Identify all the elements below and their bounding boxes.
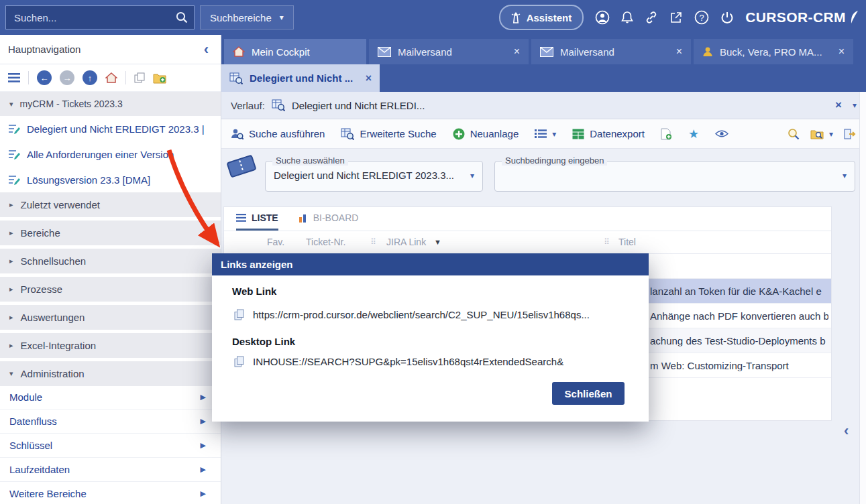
suchbedingung-select[interactable]: Suchbedingung eingeben ▾ bbox=[494, 161, 855, 192]
tab-mailversand-1[interactable]: Mailversand × bbox=[369, 39, 529, 64]
tab-label: Mein Cockpit bbox=[252, 46, 310, 58]
add-document-button[interactable] bbox=[661, 128, 672, 140]
subtab-label: Delegiert und Nicht ... bbox=[250, 72, 353, 84]
folder-add-icon[interactable] bbox=[153, 72, 166, 84]
view-options-dropdown[interactable]: ▾ bbox=[535, 129, 556, 139]
chevron-down-icon: ▾ bbox=[9, 369, 13, 378]
bar-chart-icon bbox=[299, 213, 308, 223]
copy-icon[interactable] bbox=[234, 356, 244, 367]
link-icon[interactable] bbox=[645, 11, 658, 24]
tab-label: Mailversand bbox=[398, 46, 452, 58]
sidebar-section-schnellsuchen[interactable]: ▸ Schnellsuchen bbox=[0, 249, 221, 273]
erweiterte-suche-button[interactable]: Erweiterte Suche bbox=[341, 128, 436, 140]
chevron-down-icon[interactable]: ▾ bbox=[470, 171, 474, 180]
home-icon[interactable] bbox=[105, 72, 117, 83]
assistent-button[interactable]: Assistent bbox=[499, 5, 584, 30]
item-label: Datenfluss bbox=[9, 416, 57, 427]
item-label: Weitere Bereiche bbox=[9, 488, 87, 499]
section-label: Bereiche bbox=[21, 227, 60, 239]
sidebar-item-module[interactable]: Module ▶ bbox=[0, 385, 221, 410]
collapse-sidebar-icon[interactable]: ‹ bbox=[204, 42, 209, 57]
magnifier-icon bbox=[788, 128, 800, 140]
power-logout-icon[interactable] bbox=[720, 11, 734, 24]
nav-back-button[interactable]: ← bbox=[37, 70, 52, 85]
suche-ausfuehren-button[interactable]: Suche ausführen bbox=[231, 128, 325, 140]
sidebar-section-excel-integration[interactable]: ▸ Excel-Integration bbox=[0, 333, 221, 358]
quick-search-button[interactable] bbox=[788, 128, 800, 140]
sidebar-section-auswertungen[interactable]: ▸ Auswertungen bbox=[0, 305, 221, 330]
drag-handle-icon[interactable]: ⠿ bbox=[370, 237, 376, 247]
suche-auswaehlen-select[interactable]: Suche auswählen Delegiert und Nicht ERLE… bbox=[265, 161, 483, 192]
exit-view-button[interactable] bbox=[844, 129, 857, 139]
close-tab-icon[interactable]: × bbox=[514, 46, 520, 58]
help-icon[interactable]: ? bbox=[694, 10, 709, 25]
desktop-link-url[interactable]: INHOUSE://SEARCH?SUPG&pk=15elisv1h68qst4… bbox=[253, 356, 563, 367]
notifications-bell-icon[interactable] bbox=[621, 11, 633, 24]
search-icon[interactable] bbox=[176, 11, 188, 23]
column-ticket-nr[interactable]: Ticket-Nr. bbox=[306, 237, 345, 247]
datenexport-button[interactable]: Datenexport bbox=[572, 128, 645, 139]
sidebar-section-prozesse[interactable]: ▸ Prozesse bbox=[0, 277, 221, 302]
section-label: Prozesse bbox=[21, 284, 63, 295]
nav-up-button[interactable]: ↑ bbox=[83, 70, 97, 85]
table-header: Fav. Ticket-Nr. ⠿ JIRA Link ▼ ⠿ Titel bbox=[224, 231, 831, 254]
tab-buck-vera[interactable]: Buck, Vera, PRO MA... × bbox=[694, 39, 853, 64]
menu-icon[interactable] bbox=[8, 73, 20, 82]
sidebar-section-zuletzt-verwendet[interactable]: ▸ Zuletzt verwendet bbox=[0, 192, 221, 217]
global-search[interactable] bbox=[5, 5, 195, 29]
subtab-delegiert[interactable]: Delegiert und Nicht ... × bbox=[221, 64, 380, 92]
section-label: Excel-Integration bbox=[21, 340, 97, 351]
assistent-label: Assistent bbox=[527, 12, 572, 23]
suchbereiche-dropdown[interactable]: Suchbereiche ▾ bbox=[200, 5, 294, 29]
sidebar-section-bereiche[interactable]: ▸ Bereiche bbox=[0, 220, 221, 245]
verlauf-value[interactable]: Delegiert und Nicht ERLEDI... bbox=[292, 100, 425, 111]
desktop-link-label: Desktop Link bbox=[232, 336, 295, 347]
sort-indicator-icon[interactable]: ▼ bbox=[434, 238, 441, 246]
copy-icon[interactable] bbox=[134, 72, 145, 83]
clear-verlauf-icon[interactable]: × bbox=[835, 99, 842, 112]
sidebar-item-delegiert[interactable]: Delegiert und Nicht ERLEDIGT 2023.3 | bbox=[0, 116, 221, 141]
submenu-arrow-icon: ▶ bbox=[201, 465, 206, 474]
neuanlage-button[interactable]: Neuanlage bbox=[453, 128, 519, 140]
schliessen-button[interactable]: Schließen bbox=[552, 382, 625, 405]
tab-mein-cockpit[interactable]: Mein Cockpit bbox=[224, 39, 366, 64]
column-fav[interactable]: Fav. bbox=[267, 237, 284, 247]
favorite-button[interactable]: ★ bbox=[688, 128, 699, 140]
dialog-titlebar[interactable]: Links anzeigen bbox=[212, 253, 649, 275]
section-label: Administration bbox=[21, 368, 85, 379]
chevron-down-icon[interactable]: ▾ bbox=[843, 171, 847, 180]
sidebar-item-loesungsversion[interactable]: Lösungsversion 23.3 [DMA] bbox=[0, 167, 221, 192]
sidebar-item-schluessel[interactable]: Schlüssel ▶ bbox=[0, 434, 221, 458]
column-titel[interactable]: Titel bbox=[618, 237, 636, 247]
drag-handle-icon[interactable]: ⠿ bbox=[604, 237, 610, 247]
search-folder-dropdown[interactable]: ▾ bbox=[810, 129, 833, 139]
user-account-icon[interactable] bbox=[595, 10, 610, 25]
search-input[interactable] bbox=[6, 12, 176, 23]
web-link-url[interactable]: https://crm-prod.cursor.de/webclient/sea… bbox=[253, 309, 590, 320]
chevron-down-icon[interactable]: ▾ bbox=[853, 101, 857, 110]
copy-icon[interactable] bbox=[234, 309, 244, 320]
watch-button[interactable] bbox=[715, 129, 728, 138]
close-subtab-icon[interactable]: × bbox=[366, 72, 372, 84]
tab-mailversand-2[interactable]: Mailversand × bbox=[531, 39, 691, 64]
sidebar-item-weitere-bereiche[interactable]: Weitere Bereiche ▶ bbox=[0, 482, 221, 504]
sidebar-toolbar: ← → ↑ bbox=[0, 64, 221, 92]
nav-forward-button[interactable]: → bbox=[60, 70, 74, 85]
sidebar-item-alle-anforderungen[interactable]: Alle Anforderungen einer Version bbox=[0, 141, 221, 167]
chevron-down-icon: ▾ bbox=[280, 13, 284, 22]
tab-bi-board[interactable]: BI-BOARD bbox=[299, 207, 359, 231]
external-link-icon[interactable] bbox=[669, 11, 683, 24]
sidebar-section-administration[interactable]: ▾ Administration bbox=[0, 361, 221, 386]
field-label: Suchbedingung eingeben bbox=[502, 155, 607, 166]
screen: Suchbereiche ▾ Assistent ? bbox=[0, 0, 866, 504]
sidebar-item-laufzeitdaten[interactable]: Laufzeitdaten ▶ bbox=[0, 458, 221, 482]
close-tab-icon[interactable]: × bbox=[676, 46, 682, 58]
sidebar-group-mycrm[interactable]: ▾ myCRM - Tickets 2023.3 bbox=[0, 92, 221, 116]
sidebar-favorites: Delegiert und Nicht ERLEDIGT 2023.3 | Al… bbox=[0, 116, 221, 192]
tab-liste[interactable]: LISTE bbox=[236, 207, 278, 231]
sidebar-item-datenfluss[interactable]: Datenfluss ▶ bbox=[0, 410, 221, 434]
column-jira-link[interactable]: JIRA Link bbox=[386, 237, 426, 247]
tab-label: Buck, Vera, PRO MA... bbox=[720, 46, 822, 58]
collapse-right-panel-icon[interactable]: ‹ bbox=[844, 422, 849, 440]
close-tab-icon[interactable]: × bbox=[838, 46, 845, 58]
